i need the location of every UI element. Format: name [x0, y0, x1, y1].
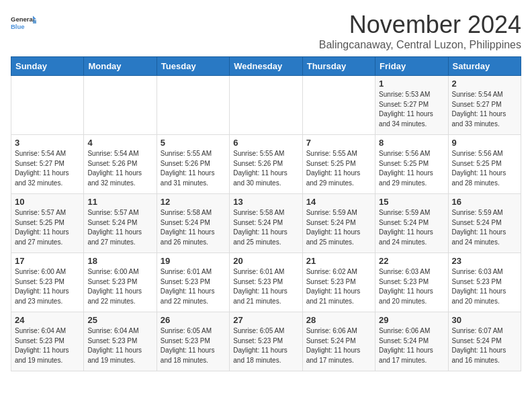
day-number: 2 — [452, 79, 517, 89]
day-info: Sunrise: 5:57 AM Sunset: 5:25 PM Dayligh… — [15, 208, 80, 247]
calendar-cell: 29Sunrise: 6:06 AM Sunset: 5:24 PM Dayli… — [375, 312, 448, 371]
calendar-cell: 23Sunrise: 6:03 AM Sunset: 5:23 PM Dayli… — [448, 253, 521, 312]
calendar-cell: 15Sunrise: 5:59 AM Sunset: 5:24 PM Dayli… — [375, 194, 448, 253]
day-number: 20 — [233, 256, 298, 266]
week-row-3: 17Sunrise: 6:00 AM Sunset: 5:23 PM Dayli… — [11, 253, 521, 312]
day-number: 12 — [161, 197, 226, 207]
calendar-cell — [230, 76, 302, 135]
day-number: 9 — [452, 138, 517, 148]
calendar-cell — [11, 76, 84, 135]
day-info: Sunrise: 5:58 AM Sunset: 5:24 PM Dayligh… — [161, 208, 226, 247]
col-header-monday: Monday — [84, 57, 157, 76]
day-info: Sunrise: 5:55 AM Sunset: 5:25 PM Dayligh… — [306, 149, 371, 188]
day-info: Sunrise: 6:06 AM Sunset: 5:24 PM Dayligh… — [306, 326, 371, 365]
day-info: Sunrise: 5:56 AM Sunset: 5:25 PM Dayligh… — [379, 149, 444, 188]
day-info: Sunrise: 6:02 AM Sunset: 5:23 PM Dayligh… — [306, 267, 371, 306]
calendar-cell: 7Sunrise: 5:55 AM Sunset: 5:25 PM Daylig… — [302, 135, 375, 194]
page-header: General Blue November 2024 Balingcanaway… — [11, 11, 521, 51]
col-header-saturday: Saturday — [448, 57, 521, 76]
day-number: 6 — [233, 138, 298, 148]
day-info: Sunrise: 6:07 AM Sunset: 5:24 PM Dayligh… — [452, 326, 517, 365]
calendar-cell: 18Sunrise: 6:00 AM Sunset: 5:23 PM Dayli… — [84, 253, 157, 312]
calendar-cell: 24Sunrise: 6:04 AM Sunset: 5:23 PM Dayli… — [11, 312, 84, 371]
day-number: 29 — [379, 315, 444, 325]
calendar-cell: 19Sunrise: 6:01 AM Sunset: 5:23 PM Dayli… — [157, 253, 229, 312]
calendar-cell: 9Sunrise: 5:56 AM Sunset: 5:25 PM Daylig… — [448, 135, 521, 194]
calendar-cell: 28Sunrise: 6:06 AM Sunset: 5:24 PM Dayli… — [302, 312, 375, 371]
month-year-title: November 2024 — [319, 11, 521, 39]
day-number: 27 — [233, 315, 298, 325]
day-number: 3 — [15, 138, 80, 148]
day-info: Sunrise: 5:55 AM Sunset: 5:26 PM Dayligh… — [161, 149, 226, 188]
day-number: 7 — [306, 138, 371, 148]
day-number: 25 — [87, 315, 152, 325]
calendar-cell: 25Sunrise: 6:04 AM Sunset: 5:23 PM Dayli… — [84, 312, 157, 371]
day-number: 24 — [15, 315, 80, 325]
logo-svg: General Blue — [11, 11, 36, 36]
day-info: Sunrise: 6:04 AM Sunset: 5:23 PM Dayligh… — [15, 326, 80, 365]
calendar-cell: 16Sunrise: 5:59 AM Sunset: 5:24 PM Dayli… — [448, 194, 521, 253]
day-number: 5 — [161, 138, 226, 148]
col-header-sunday: Sunday — [11, 57, 84, 76]
calendar-table: SundayMondayTuesdayWednesdayThursdayFrid… — [11, 56, 521, 371]
logo: General Blue — [11, 11, 36, 36]
col-header-friday: Friday — [375, 57, 448, 76]
week-row-0: 1Sunrise: 5:53 AM Sunset: 5:27 PM Daylig… — [11, 76, 521, 135]
calendar-cell: 5Sunrise: 5:55 AM Sunset: 5:26 PM Daylig… — [157, 135, 229, 194]
day-number: 1 — [379, 79, 444, 89]
day-info: Sunrise: 5:59 AM Sunset: 5:24 PM Dayligh… — [379, 208, 444, 247]
day-number: 11 — [87, 197, 152, 207]
day-number: 14 — [306, 197, 371, 207]
day-info: Sunrise: 6:01 AM Sunset: 5:23 PM Dayligh… — [233, 267, 298, 306]
day-info: Sunrise: 6:01 AM Sunset: 5:23 PM Dayligh… — [161, 267, 226, 306]
day-number: 10 — [15, 197, 80, 207]
svg-text:General: General — [11, 15, 34, 23]
day-info: Sunrise: 6:00 AM Sunset: 5:23 PM Dayligh… — [87, 267, 152, 306]
calendar-cell: 26Sunrise: 6:05 AM Sunset: 5:23 PM Dayli… — [157, 312, 229, 371]
day-number: 8 — [379, 138, 444, 148]
day-info: Sunrise: 6:06 AM Sunset: 5:24 PM Dayligh… — [379, 326, 444, 365]
day-info: Sunrise: 6:00 AM Sunset: 5:23 PM Dayligh… — [15, 267, 80, 306]
calendar-cell: 20Sunrise: 6:01 AM Sunset: 5:23 PM Dayli… — [230, 253, 302, 312]
day-info: Sunrise: 5:55 AM Sunset: 5:26 PM Dayligh… — [233, 149, 298, 188]
day-info: Sunrise: 5:53 AM Sunset: 5:27 PM Dayligh… — [379, 90, 444, 129]
day-info: Sunrise: 6:05 AM Sunset: 5:23 PM Dayligh… — [233, 326, 298, 365]
calendar-cell: 21Sunrise: 6:02 AM Sunset: 5:23 PM Dayli… — [302, 253, 375, 312]
day-info: Sunrise: 6:03 AM Sunset: 5:23 PM Dayligh… — [379, 267, 444, 306]
day-number: 17 — [15, 256, 80, 266]
week-row-1: 3Sunrise: 5:54 AM Sunset: 5:27 PM Daylig… — [11, 135, 521, 194]
calendar-cell: 11Sunrise: 5:57 AM Sunset: 5:24 PM Dayli… — [84, 194, 157, 253]
calendar-cell — [302, 76, 375, 135]
col-header-wednesday: Wednesday — [230, 57, 302, 76]
svg-marker-3 — [33, 20, 36, 24]
day-info: Sunrise: 5:56 AM Sunset: 5:25 PM Dayligh… — [452, 149, 517, 188]
day-info: Sunrise: 5:57 AM Sunset: 5:24 PM Dayligh… — [87, 208, 152, 247]
calendar-cell: 1Sunrise: 5:53 AM Sunset: 5:27 PM Daylig… — [375, 76, 448, 135]
calendar-cell: 14Sunrise: 5:59 AM Sunset: 5:24 PM Dayli… — [302, 194, 375, 253]
calendar-header-row: SundayMondayTuesdayWednesdayThursdayFrid… — [11, 57, 521, 76]
day-number: 15 — [379, 197, 444, 207]
col-header-tuesday: Tuesday — [157, 57, 229, 76]
week-row-2: 10Sunrise: 5:57 AM Sunset: 5:25 PM Dayli… — [11, 194, 521, 253]
day-number: 22 — [379, 256, 444, 266]
calendar-cell: 30Sunrise: 6:07 AM Sunset: 5:24 PM Dayli… — [448, 312, 521, 371]
day-info: Sunrise: 5:54 AM Sunset: 5:27 PM Dayligh… — [452, 90, 517, 129]
day-number: 21 — [306, 256, 371, 266]
location-subtitle: Balingcanaway, Central Luzon, Philippine… — [319, 39, 521, 51]
day-info: Sunrise: 5:54 AM Sunset: 5:26 PM Dayligh… — [87, 149, 152, 188]
calendar-cell: 22Sunrise: 6:03 AM Sunset: 5:23 PM Dayli… — [375, 253, 448, 312]
day-info: Sunrise: 5:54 AM Sunset: 5:27 PM Dayligh… — [15, 149, 80, 188]
day-info: Sunrise: 6:04 AM Sunset: 5:23 PM Dayligh… — [87, 326, 152, 365]
calendar-cell: 4Sunrise: 5:54 AM Sunset: 5:26 PM Daylig… — [84, 135, 157, 194]
svg-marker-2 — [33, 16, 36, 19]
title-block: November 2024 Balingcanaway, Central Luz… — [319, 11, 521, 51]
day-info: Sunrise: 5:59 AM Sunset: 5:24 PM Dayligh… — [306, 208, 371, 247]
calendar-cell: 12Sunrise: 5:58 AM Sunset: 5:24 PM Dayli… — [157, 194, 229, 253]
calendar-cell: 2Sunrise: 5:54 AM Sunset: 5:27 PM Daylig… — [448, 76, 521, 135]
week-row-4: 24Sunrise: 6:04 AM Sunset: 5:23 PM Dayli… — [11, 312, 521, 371]
col-header-thursday: Thursday — [302, 57, 375, 76]
calendar-cell: 10Sunrise: 5:57 AM Sunset: 5:25 PM Dayli… — [11, 194, 84, 253]
day-number: 13 — [233, 197, 298, 207]
day-number: 30 — [452, 315, 517, 325]
calendar-cell — [84, 76, 157, 135]
